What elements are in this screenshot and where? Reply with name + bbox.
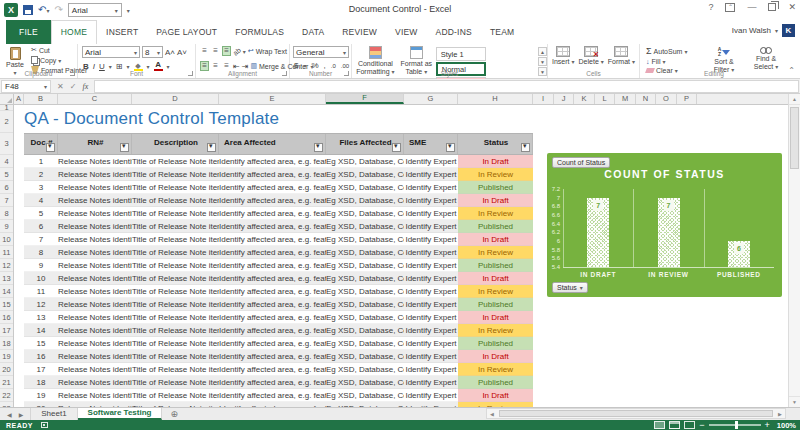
minimize-icon[interactable]: — [747,2,756,12]
column-header-I[interactable]: I [533,94,554,104]
cell[interactable]: 12 [24,298,58,311]
sheet-tab-sheet1[interactable]: Sheet1 [31,408,77,420]
cell[interactable]: Release Notes identifier [58,259,132,272]
cell[interactable]: Eg XSD, Database, Config [326,272,404,285]
cell[interactable]: Eg XSD, Database, Config [326,194,404,207]
cell[interactable]: Identify affected area, e.g. feature [219,389,326,402]
row-header-2[interactable]: 2 [0,111,13,133]
cell[interactable]: Release Notes identifier [58,233,132,246]
status-cell[interactable]: Published [458,220,533,233]
fill-button[interactable]: ↓Fill▾ [646,58,687,65]
cell[interactable]: Title of Release Note item [132,298,219,311]
cell[interactable]: 8 [24,246,58,259]
cell[interactable]: Title of Release Note item [132,389,219,402]
cell[interactable]: Title of Release Note item [132,350,219,363]
enter-formula-icon[interactable]: ✓ [70,82,77,91]
cell[interactable]: 1 [24,155,58,168]
row-header-5[interactable]: 5 [0,168,13,181]
cell[interactable]: Eg XSD, Database, Config [326,350,404,363]
formula-input[interactable] [94,80,799,93]
column-header-D[interactable]: D [132,94,219,104]
status-cell[interactable]: In Draft [458,272,533,285]
zoom-level[interactable]: 100% [777,421,796,430]
name-box[interactable]: F48▾ [1,80,51,93]
cell[interactable]: Eg XSD, Database, Config [326,324,404,337]
shrink-font-icon[interactable]: A˅ [177,48,187,57]
collapse-ribbon-icon[interactable]: ⌃ [788,66,795,75]
cell[interactable]: Identify affected area, e.g. feature [219,233,326,246]
row-header-21[interactable]: 21 [0,376,13,389]
cell[interactable]: 19 [24,389,58,402]
status-cell[interactable]: In Review [458,363,533,376]
dialog-launcher-icon[interactable] [188,71,193,76]
undo-icon[interactable]: ↶▾ [38,3,49,18]
cell[interactable]: Identify Expert [404,324,458,337]
zoom-out-icon[interactable]: − [699,421,704,429]
status-cell[interactable]: In Draft [458,155,533,168]
cell[interactable]: Eg XSD, Database, Config [326,285,404,298]
dialog-launcher-icon[interactable] [70,71,75,76]
row-header-17[interactable]: 17 [0,324,13,337]
cell[interactable]: Identify affected area, e.g. feature [219,298,326,311]
scroll-down-icon[interactable]: ▼ [789,396,800,407]
cell[interactable]: Identify affected area, e.g. feature [219,259,326,272]
autosum-button[interactable]: ΣAutoSum▾ [646,46,687,56]
column-header-P[interactable]: P [677,94,697,104]
filter-button[interactable] [314,143,323,152]
status-cell[interactable]: In Draft [458,350,533,363]
close-icon[interactable]: ✕ [788,2,796,12]
cell[interactable]: Identify affected area, e.g. feature [219,363,326,376]
cancel-formula-icon[interactable]: ✕ [57,82,64,91]
cell[interactable]: Release Notes identifier [58,285,132,298]
align-right-icon[interactable]: ≡ [222,62,231,70]
font-name-select[interactable]: Arial▾ [82,46,140,58]
cell[interactable]: Identify Expert [404,194,458,207]
column-header-L[interactable]: L [595,94,615,104]
cell[interactable]: 18 [24,376,58,389]
cell[interactable]: Release Notes identifier [58,220,132,233]
cell[interactable]: Identify affected area, e.g. feature [219,207,326,220]
cell[interactable]: Release Notes identifier [58,155,132,168]
ribbon-tab-file[interactable]: FILE [6,20,51,44]
cell[interactable]: Eg XSD, Database, Config [326,207,404,220]
cell[interactable]: Release Notes identifier [58,272,132,285]
ribbon-display-options-icon[interactable]: ⌃ [725,3,735,12]
cell[interactable]: Identify Expert [404,376,458,389]
column-header-H[interactable]: H [458,94,533,104]
cell[interactable]: Title of Release Note item [132,194,219,207]
row-header-12[interactable]: 12 [0,259,13,272]
cell[interactable]: Title of Release Note item [132,220,219,233]
vertical-scrollbar[interactable]: ▲ ▼ [788,94,800,407]
ribbon-tab-add-ins[interactable]: ADD-INS [427,20,481,44]
cell[interactable]: Identify affected area, e.g. feature [219,168,326,181]
column-header-E[interactable]: E [219,94,326,104]
zoom-in-icon[interactable]: + [765,421,770,429]
row-header-10[interactable]: 10 [0,233,13,246]
number-format-select[interactable]: General▾ [293,46,349,58]
cell[interactable]: Identify affected area, e.g. feature [219,272,326,285]
cell[interactable]: 16 [24,350,58,363]
cell[interactable]: Title of Release Note item [132,337,219,350]
row-header-22[interactable]: 22 [0,389,13,402]
ribbon-tab-data[interactable]: DATA [293,20,333,44]
row-header-11[interactable]: 11 [0,246,13,259]
column-header-A[interactable]: A [14,94,24,104]
ribbon-tab-insert[interactable]: INSERT [97,20,147,44]
ribbon-tab-formulas[interactable]: FORMULAS [226,20,293,44]
ribbon-tab-page-layout[interactable]: PAGE LAYOUT [147,20,226,44]
status-cell[interactable]: In Review [458,324,533,337]
cell[interactable]: Title of Release Note item [132,246,219,259]
cell[interactable]: 13 [24,311,58,324]
cell[interactable]: Eg XSD, Database, Config [326,389,404,402]
zoom-slider[interactable] [709,424,761,426]
page-layout-view-icon[interactable] [669,421,680,429]
cell[interactable]: Title of Release Note item [132,376,219,389]
cell[interactable]: 9 [24,259,58,272]
cell[interactable]: Identify Expert [404,155,458,168]
cell[interactable]: Eg XSD, Database, Config [326,311,404,324]
new-sheet-icon[interactable]: ⊕ [170,408,178,420]
horizontal-scroll-thumb[interactable] [499,410,773,417]
restore-icon[interactable] [768,3,776,11]
status-cell[interactable]: In Review [458,285,533,298]
cell[interactable]: Release Notes identifier [58,207,132,220]
